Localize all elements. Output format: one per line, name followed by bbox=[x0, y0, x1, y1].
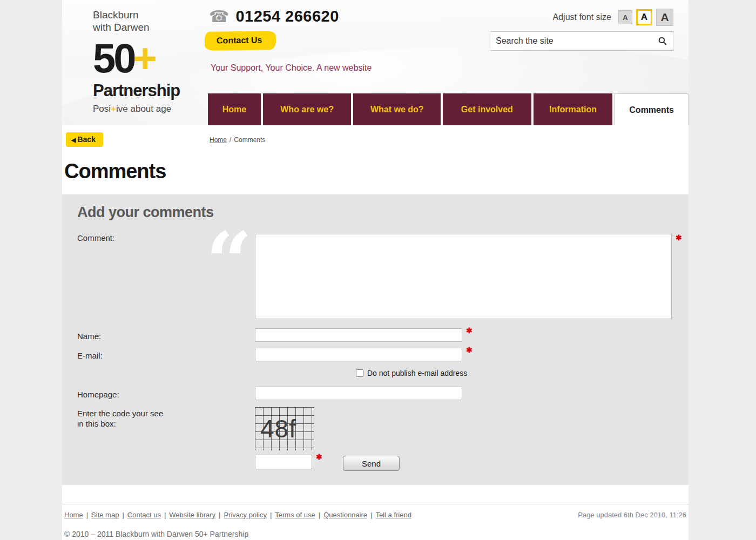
logo-region-line2: with Darwen bbox=[93, 21, 180, 33]
footer-separator: | bbox=[270, 511, 272, 519]
phone-contact: ☎ 01254 266620 bbox=[209, 8, 339, 25]
footer-separator: | bbox=[319, 511, 320, 519]
search-input[interactable] bbox=[496, 36, 658, 46]
page-updated-text: Page updated 6th Dec 2010, 11:26 bbox=[578, 511, 686, 519]
footer-link-website-library[interactable]: Website library bbox=[169, 511, 215, 519]
breadcrumb-separator: / bbox=[230, 136, 231, 144]
footer-links: Home|Site map|Contact us|Website library… bbox=[64, 511, 411, 519]
copyright-text: © 2010 – 2011 Blackburn with Darwen 50+ … bbox=[64, 530, 688, 538]
name-input[interactable] bbox=[255, 328, 462, 342]
code-required-marker: ✱ bbox=[316, 453, 322, 461]
comment-textarea[interactable] bbox=[255, 234, 672, 319]
logo-region-line1: Blackburn bbox=[93, 9, 180, 21]
footer-separator: | bbox=[164, 511, 166, 519]
footer-separator: | bbox=[219, 511, 220, 519]
captcha-code: 48f bbox=[255, 416, 296, 441]
add-comments-panel: Add your comments Comment: “ ✱ Name: ✱ E… bbox=[62, 194, 688, 485]
logo-50: 50 bbox=[93, 35, 134, 81]
site-tagline: Your Support, Your Choice. A new website bbox=[211, 63, 372, 73]
email-required-marker: ✱ bbox=[466, 346, 473, 354]
captcha-image: 48f bbox=[255, 407, 314, 450]
nav-item-information[interactable]: Information bbox=[534, 93, 613, 125]
font-size-label: Adjust font size bbox=[553, 12, 612, 22]
site-logo[interactable]: Blackburn with Darwen 50+ Partnership Po… bbox=[93, 9, 180, 113]
homepage-label: Homepage: bbox=[77, 390, 119, 399]
name-label: Name: bbox=[77, 332, 101, 341]
main-nav: Home Who are we? What we do? Get involve… bbox=[208, 93, 688, 125]
site-footer: Home|Site map|Contact us|Website library… bbox=[62, 504, 688, 519]
back-button[interactable]: ◀Back bbox=[66, 132, 103, 147]
footer-link-questionnaire[interactable]: Questionnaire bbox=[323, 511, 367, 519]
do-not-publish-checkbox[interactable] bbox=[356, 369, 363, 377]
publish-email-option: Do not publish e-mail address bbox=[356, 369, 467, 377]
footer-link-contact-us[interactable]: Contact us bbox=[127, 511, 161, 519]
site-header: Blackburn with Darwen 50+ Partnership Po… bbox=[62, 0, 688, 125]
code-label: Enter the code your see in this box: bbox=[77, 408, 163, 429]
footer-separator: | bbox=[122, 511, 124, 519]
do-not-publish-label[interactable]: Do not publish e-mail address bbox=[367, 369, 467, 377]
footer-link-terms-of-use[interactable]: Terms of use bbox=[275, 511, 315, 519]
breadcrumb-current: Comments bbox=[234, 136, 265, 144]
site-search bbox=[490, 31, 673, 51]
email-input[interactable] bbox=[255, 348, 462, 361]
nav-item-what-we-do[interactable]: What we do? bbox=[353, 93, 441, 125]
footer-link-home[interactable]: Home bbox=[64, 511, 83, 519]
logo-50plus: 50+ bbox=[93, 38, 180, 79]
nav-item-get-involved[interactable]: Get involved bbox=[443, 93, 531, 125]
footer-separator: | bbox=[370, 511, 372, 519]
nav-item-comments-active[interactable]: Comments bbox=[615, 93, 688, 125]
email-label: E-mail: bbox=[77, 351, 103, 360]
footer-link-privacy-policy[interactable]: Privacy policy bbox=[224, 511, 266, 519]
quote-icon: “ bbox=[206, 219, 255, 258]
comment-label: Comment: bbox=[77, 233, 114, 242]
send-button[interactable]: Send bbox=[343, 456, 400, 471]
form-heading: Add your comments bbox=[77, 204, 214, 221]
phone-number: 01254 266620 bbox=[235, 8, 339, 25]
font-size-controls: Adjust font size A A A bbox=[553, 9, 674, 26]
breadcrumb-row: ◀Back Home/Comments bbox=[62, 125, 688, 156]
page-title: Comments bbox=[64, 160, 688, 183]
search-icon[interactable] bbox=[658, 36, 667, 46]
footer-link-site-map[interactable]: Site map bbox=[91, 511, 119, 519]
breadcrumb-home-link[interactable]: Home bbox=[210, 136, 227, 144]
font-size-small-button[interactable]: A bbox=[618, 10, 632, 24]
font-size-medium-button[interactable]: A bbox=[636, 9, 652, 25]
page-container: Blackburn with Darwen 50+ Partnership Po… bbox=[62, 0, 688, 540]
name-required-marker: ✱ bbox=[466, 326, 473, 335]
code-input[interactable] bbox=[255, 455, 312, 469]
footer-separator: | bbox=[86, 511, 88, 519]
comment-required-marker: ✱ bbox=[676, 233, 682, 242]
breadcrumb: Home/Comments bbox=[210, 136, 265, 144]
contact-us-button[interactable]: Contact Us bbox=[205, 31, 276, 51]
back-arrow-icon: ◀ bbox=[71, 137, 76, 143]
telephone-icon: ☎ bbox=[209, 9, 229, 25]
homepage-input[interactable] bbox=[255, 387, 462, 400]
nav-item-who-are-we[interactable]: Who are we? bbox=[263, 93, 352, 125]
logo-strapline: Posi+ive about age bbox=[93, 104, 180, 113]
footer-link-tell-a-friend[interactable]: Tell a friend bbox=[375, 511, 411, 519]
logo-partnership: Partnership bbox=[93, 82, 180, 99]
font-size-large-button[interactable]: A bbox=[656, 9, 673, 26]
logo-plus: + bbox=[133, 35, 155, 81]
nav-item-home[interactable]: Home bbox=[208, 93, 261, 125]
